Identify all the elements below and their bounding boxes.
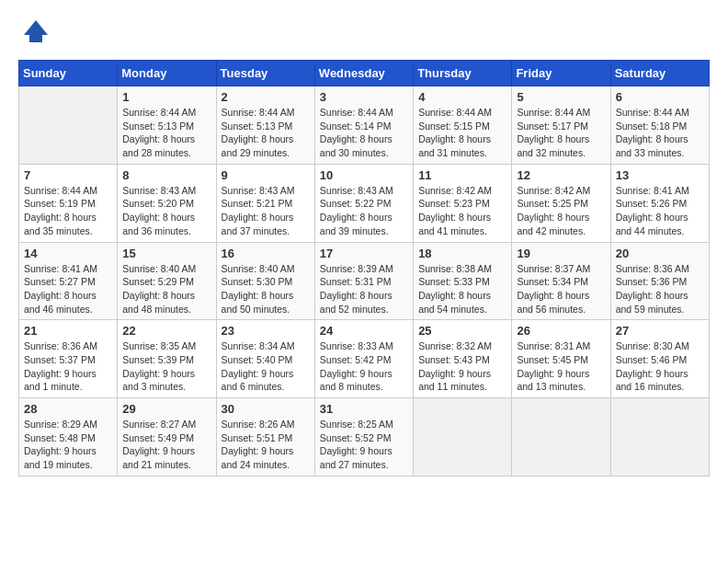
day-info: Sunrise: 8:43 AMSunset: 5:22 PMDaylight:… bbox=[320, 184, 408, 238]
header-sunday: Sunday bbox=[19, 61, 118, 86]
day-number: 21 bbox=[24, 324, 112, 338]
calendar-cell: 12Sunrise: 8:42 AMSunset: 5:25 PMDayligh… bbox=[512, 164, 610, 242]
day-info: Sunrise: 8:27 AMSunset: 5:49 PMDaylight:… bbox=[122, 418, 210, 472]
calendar-cell: 28Sunrise: 8:29 AMSunset: 5:48 PMDayligh… bbox=[19, 398, 118, 477]
day-number: 7 bbox=[24, 168, 112, 182]
day-info: Sunrise: 8:41 AMSunset: 5:26 PMDaylight:… bbox=[616, 184, 704, 238]
calendar-cell: 23Sunrise: 8:34 AMSunset: 5:40 PMDayligh… bbox=[216, 320, 314, 398]
day-info: Sunrise: 8:30 AMSunset: 5:46 PMDaylight:… bbox=[616, 339, 704, 394]
calendar-cell: 30Sunrise: 8:26 AMSunset: 5:51 PMDayligh… bbox=[216, 398, 314, 477]
calendar-week-5: 28Sunrise: 8:29 AMSunset: 5:48 PMDayligh… bbox=[19, 398, 710, 477]
calendar-week-4: 21Sunrise: 8:36 AMSunset: 5:37 PMDayligh… bbox=[19, 320, 710, 398]
day-info: Sunrise: 8:42 AMSunset: 5:23 PMDaylight:… bbox=[418, 184, 506, 238]
day-number: 15 bbox=[122, 247, 210, 260]
calendar-cell: 17Sunrise: 8:39 AMSunset: 5:31 PMDayligh… bbox=[314, 242, 413, 320]
header-saturday: Saturday bbox=[610, 61, 709, 86]
day-info: Sunrise: 8:44 AMSunset: 5:15 PMDaylight:… bbox=[418, 106, 506, 160]
calendar-cell bbox=[610, 398, 709, 477]
calendar-cell: 4Sunrise: 8:44 AMSunset: 5:15 PMDaylight… bbox=[414, 86, 512, 165]
calendar-cell bbox=[512, 398, 610, 477]
day-number: 14 bbox=[24, 247, 112, 260]
day-info: Sunrise: 8:44 AMSunset: 5:13 PMDaylight:… bbox=[222, 106, 310, 160]
header-wednesday: Wednesday bbox=[314, 61, 413, 86]
calendar-cell: 26Sunrise: 8:31 AMSunset: 5:45 PMDayligh… bbox=[512, 320, 610, 398]
day-number: 24 bbox=[320, 324, 408, 338]
calendar-cell: 5Sunrise: 8:44 AMSunset: 5:17 PMDaylight… bbox=[512, 86, 610, 165]
day-number: 9 bbox=[222, 168, 310, 182]
day-number: 16 bbox=[222, 247, 310, 260]
day-number: 11 bbox=[418, 168, 506, 182]
calendar-cell: 14Sunrise: 8:41 AMSunset: 5:27 PMDayligh… bbox=[19, 242, 118, 320]
day-number: 26 bbox=[517, 324, 605, 338]
calendar-table: SundayMondayTuesdayWednesdayThursdayFrid… bbox=[18, 60, 710, 477]
day-info: Sunrise: 8:35 AMSunset: 5:39 PMDaylight:… bbox=[122, 339, 210, 394]
logo bbox=[18, 18, 50, 51]
day-number: 18 bbox=[418, 247, 506, 260]
calendar-cell: 10Sunrise: 8:43 AMSunset: 5:22 PMDayligh… bbox=[314, 164, 413, 242]
day-number: 17 bbox=[320, 247, 408, 260]
calendar-cell: 16Sunrise: 8:40 AMSunset: 5:30 PMDayligh… bbox=[216, 242, 314, 320]
day-number: 28 bbox=[24, 402, 112, 416]
calendar-cell: 13Sunrise: 8:41 AMSunset: 5:26 PMDayligh… bbox=[610, 164, 709, 242]
calendar-cell: 6Sunrise: 8:44 AMSunset: 5:18 PMDaylight… bbox=[610, 86, 709, 165]
header-tuesday: Tuesday bbox=[216, 61, 314, 86]
calendar-week-1: 1Sunrise: 8:44 AMSunset: 5:13 PMDaylight… bbox=[19, 86, 710, 165]
calendar-cell: 22Sunrise: 8:35 AMSunset: 5:39 PMDayligh… bbox=[118, 320, 216, 398]
day-info: Sunrise: 8:41 AMSunset: 5:27 PMDaylight:… bbox=[24, 262, 112, 316]
day-info: Sunrise: 8:26 AMSunset: 5:51 PMDaylight:… bbox=[222, 418, 310, 472]
day-info: Sunrise: 8:44 AMSunset: 5:14 PMDaylight:… bbox=[320, 106, 408, 160]
calendar-cell: 9Sunrise: 8:43 AMSunset: 5:21 PMDaylight… bbox=[216, 164, 314, 242]
calendar-cell bbox=[19, 86, 118, 165]
day-info: Sunrise: 8:39 AMSunset: 5:31 PMDaylight:… bbox=[320, 262, 408, 316]
header-friday: Friday bbox=[512, 61, 610, 86]
day-number: 3 bbox=[320, 90, 408, 104]
day-info: Sunrise: 8:32 AMSunset: 5:43 PMDaylight:… bbox=[418, 339, 506, 394]
day-number: 22 bbox=[122, 324, 210, 338]
day-info: Sunrise: 8:42 AMSunset: 5:25 PMDaylight:… bbox=[517, 184, 605, 238]
day-info: Sunrise: 8:43 AMSunset: 5:21 PMDaylight:… bbox=[222, 184, 310, 238]
calendar-cell: 2Sunrise: 8:44 AMSunset: 5:13 PMDaylight… bbox=[216, 86, 314, 165]
calendar-cell: 21Sunrise: 8:36 AMSunset: 5:37 PMDayligh… bbox=[19, 320, 118, 398]
calendar-cell: 29Sunrise: 8:27 AMSunset: 5:49 PMDayligh… bbox=[118, 398, 216, 477]
day-info: Sunrise: 8:37 AMSunset: 5:34 PMDaylight:… bbox=[517, 262, 605, 316]
calendar-cell: 19Sunrise: 8:37 AMSunset: 5:34 PMDayligh… bbox=[512, 242, 610, 320]
calendar-cell: 3Sunrise: 8:44 AMSunset: 5:14 PMDaylight… bbox=[314, 86, 413, 165]
calendar-cell: 8Sunrise: 8:43 AMSunset: 5:20 PMDaylight… bbox=[118, 164, 216, 242]
day-number: 2 bbox=[222, 90, 310, 104]
day-number: 23 bbox=[222, 324, 310, 338]
day-number: 8 bbox=[122, 168, 210, 182]
day-info: Sunrise: 8:43 AMSunset: 5:20 PMDaylight:… bbox=[122, 184, 210, 238]
day-info: Sunrise: 8:31 AMSunset: 5:45 PMDaylight:… bbox=[517, 339, 605, 394]
calendar-week-2: 7Sunrise: 8:44 AMSunset: 5:19 PMDaylight… bbox=[19, 164, 710, 242]
day-info: Sunrise: 8:40 AMSunset: 5:30 PMDaylight:… bbox=[222, 262, 310, 316]
day-info: Sunrise: 8:44 AMSunset: 5:17 PMDaylight:… bbox=[517, 106, 605, 160]
calendar-cell: 27Sunrise: 8:30 AMSunset: 5:46 PMDayligh… bbox=[610, 320, 709, 398]
day-number: 19 bbox=[517, 247, 605, 260]
calendar-week-3: 14Sunrise: 8:41 AMSunset: 5:27 PMDayligh… bbox=[19, 242, 710, 320]
calendar-cell bbox=[414, 398, 512, 477]
header-monday: Monday bbox=[118, 61, 216, 86]
calendar-cell: 20Sunrise: 8:36 AMSunset: 5:36 PMDayligh… bbox=[610, 242, 709, 320]
day-number: 30 bbox=[222, 402, 310, 416]
calendar-cell: 15Sunrise: 8:40 AMSunset: 5:29 PMDayligh… bbox=[118, 242, 216, 320]
day-info: Sunrise: 8:34 AMSunset: 5:40 PMDaylight:… bbox=[222, 339, 310, 394]
day-number: 6 bbox=[616, 90, 704, 104]
day-info: Sunrise: 8:36 AMSunset: 5:36 PMDaylight:… bbox=[616, 262, 704, 316]
calendar-cell: 18Sunrise: 8:38 AMSunset: 5:33 PMDayligh… bbox=[414, 242, 512, 320]
day-info: Sunrise: 8:33 AMSunset: 5:42 PMDaylight:… bbox=[320, 339, 408, 394]
day-info: Sunrise: 8:38 AMSunset: 5:33 PMDaylight:… bbox=[418, 262, 506, 316]
svg-marker-0 bbox=[24, 20, 48, 35]
day-info: Sunrise: 8:44 AMSunset: 5:19 PMDaylight:… bbox=[24, 184, 112, 238]
day-number: 1 bbox=[122, 90, 210, 104]
day-number: 20 bbox=[616, 247, 704, 260]
day-number: 4 bbox=[418, 90, 506, 104]
calendar-cell: 11Sunrise: 8:42 AMSunset: 5:23 PMDayligh… bbox=[414, 164, 512, 242]
day-number: 10 bbox=[320, 168, 408, 182]
day-number: 13 bbox=[616, 168, 704, 182]
calendar-cell: 25Sunrise: 8:32 AMSunset: 5:43 PMDayligh… bbox=[414, 320, 512, 398]
day-info: Sunrise: 8:44 AMSunset: 5:18 PMDaylight:… bbox=[616, 106, 704, 160]
day-number: 25 bbox=[418, 324, 506, 338]
header-thursday: Thursday bbox=[414, 61, 512, 86]
day-number: 31 bbox=[320, 402, 408, 416]
calendar-cell: 24Sunrise: 8:33 AMSunset: 5:42 PMDayligh… bbox=[314, 320, 413, 398]
